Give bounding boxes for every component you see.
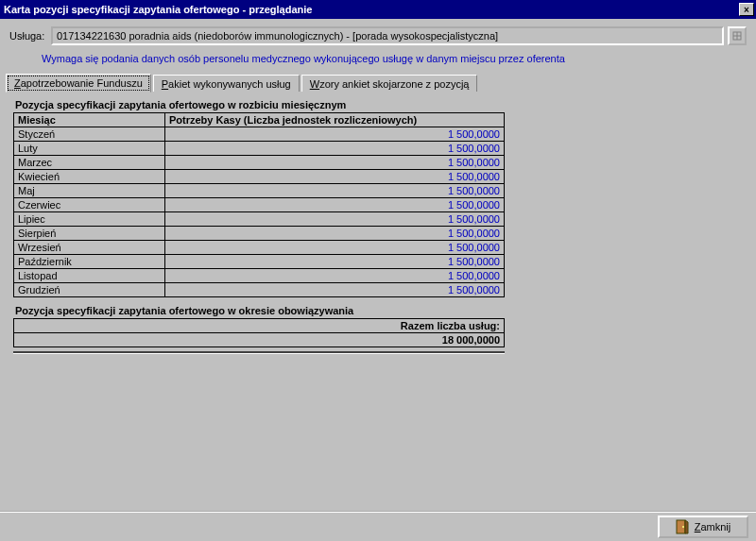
month-cell: Kwiecień	[14, 170, 165, 184]
table-row[interactable]: Grudzień1 500,0000	[14, 283, 505, 297]
expand-icon	[732, 31, 742, 41]
service-expand-button[interactable]	[728, 26, 747, 45]
table-row[interactable]: Kwiecień1 500,0000	[14, 170, 505, 184]
summary-table: Razem liczba usług: 18 000,0000	[13, 318, 505, 347]
table-row[interactable]: Maj1 500,0000	[14, 184, 505, 198]
bottom-bar: Zamknij	[0, 511, 756, 541]
window-titlebar: Karta pozycji specyfikacji zapytania ofe…	[0, 0, 756, 19]
service-row: Usługa: 017134221630 poradnia aids (nied…	[9, 26, 747, 45]
month-cell: Styczeń	[14, 127, 165, 142]
tab-hotkey: P	[162, 78, 168, 90]
month-cell: Luty	[14, 142, 165, 156]
window-title: Karta pozycji specyfikacji zapytania ofe…	[4, 4, 739, 15]
month-cell: Sierpień	[14, 227, 165, 241]
month-cell: Październik	[14, 255, 165, 269]
month-cell: Lipiec	[14, 212, 165, 227]
value-cell: 1 500,0000	[165, 283, 505, 297]
value-cell: 1 500,0000	[165, 127, 505, 142]
close-button-label: Zamknij	[695, 521, 731, 533]
service-label: Usługa:	[9, 30, 47, 42]
summary-block: Pozycja specyfikacji zapytania ofertoweg…	[13, 305, 505, 354]
value-cell: 1 500,0000	[165, 241, 505, 255]
service-field: 017134221630 poradnia aids (niedoborów i…	[51, 26, 724, 45]
table-row[interactable]: Czerwiec1 500,0000	[14, 198, 505, 212]
month-cell: Wrzesień	[14, 241, 165, 255]
month-cell: Maj	[14, 184, 165, 198]
value-cell: 1 500,0000	[165, 198, 505, 212]
tab-hotkey: W	[310, 78, 319, 90]
summary-value: 18 000,0000	[14, 333, 505, 347]
table-row[interactable]: Lipiec1 500,0000	[14, 212, 505, 227]
value-cell: 1 500,0000	[165, 269, 505, 283]
value-cell: 1 500,0000	[165, 170, 505, 184]
table-row[interactable]: Luty1 500,0000	[14, 142, 505, 156]
table-row[interactable]: Październik1 500,0000	[14, 255, 505, 269]
value-cell: 1 500,0000	[165, 227, 505, 241]
value-cell: 1 500,0000	[165, 212, 505, 227]
close-button[interactable]: Zamknij	[658, 516, 748, 538]
table-row[interactable]: Styczeń1 500,0000	[14, 127, 505, 142]
summary-rule	[13, 351, 505, 354]
door-exit-icon	[676, 519, 689, 534]
svg-point-5	[682, 526, 684, 528]
requirement-notice: Wymaga się podania danych osób personelu…	[42, 53, 747, 64]
month-cell: Grudzień	[14, 283, 165, 297]
table-row[interactable]: Sierpień1 500,0000	[14, 227, 505, 241]
tab-label: apotrzebowanie Funduszu	[21, 77, 143, 89]
monthly-grid: Miesiąc Potrzeby Kasy (Liczba jednostek …	[13, 112, 505, 297]
tabs-row: Zapotrzebowanie Funduszu Pakiet wykonywa…	[6, 74, 747, 93]
value-cell: 1 500,0000	[165, 184, 505, 198]
svg-marker-4	[685, 520, 688, 533]
window-close-button[interactable]: ×	[739, 3, 754, 16]
value-cell: 1 500,0000	[165, 156, 505, 170]
close-icon: ×	[744, 5, 749, 15]
monthly-heading: Pozycja specyfikacji zapytania ofertoweg…	[15, 99, 743, 110]
value-cell: 1 500,0000	[165, 255, 505, 269]
month-cell: Czerwiec	[14, 198, 165, 212]
table-row[interactable]: Listopad1 500,0000	[14, 269, 505, 283]
table-row[interactable]: Wrzesień1 500,0000	[14, 241, 505, 255]
value-cell: 1 500,0000	[165, 142, 505, 156]
col-value-header: Potrzeby Kasy (Liczba jednostek rozlicze…	[165, 113, 505, 127]
table-row[interactable]: Marzec1 500,0000	[14, 156, 505, 170]
tab-pakiet-uslug[interactable]: Pakiet wykonywanych usług	[153, 75, 300, 93]
tab-panel: Pozycja specyfikacji zapytania ofertoweg…	[9, 92, 747, 488]
content-area: Usługa: 017134221630 poradnia aids (nied…	[0, 19, 756, 488]
tab-label: akiet wykonywanych usług	[168, 78, 291, 90]
col-month-header: Miesiąc	[14, 113, 165, 127]
summary-label: Razem liczba usług:	[14, 319, 505, 333]
tab-wzory-ankiet[interactable]: Wzory ankiet skojarzone z pozycją	[301, 75, 478, 93]
month-cell: Listopad	[14, 269, 165, 283]
summary-heading: Pozycja specyfikacji zapytania ofertoweg…	[15, 305, 505, 316]
tab-label: zory ankiet skojarzone z pozycją	[319, 78, 469, 90]
tab-hotkey: Z	[14, 77, 21, 89]
tab-zapotrzebowanie-funduszu[interactable]: Zapotrzebowanie Funduszu	[6, 74, 151, 93]
month-cell: Marzec	[14, 156, 165, 170]
